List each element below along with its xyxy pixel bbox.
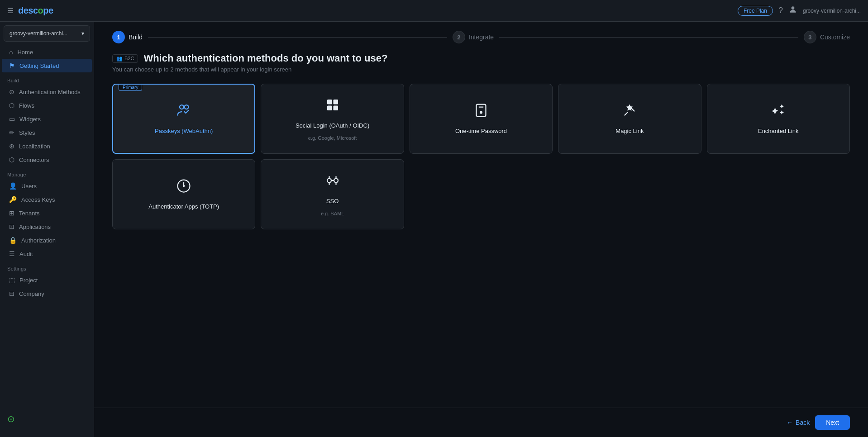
auth-card-subtitle-sso: e.g. SAML <box>321 211 344 216</box>
sidebar-item-label: Access Keys <box>21 196 55 203</box>
auth-card-title-social: Social Login (OAuth / OIDC) <box>296 122 369 130</box>
svg-rect-4 <box>333 100 338 104</box>
sidebar-item-label: Authorization <box>21 237 56 244</box>
sidebar-item-tenants[interactable]: ⊞ Tenants <box>2 206 92 220</box>
sidebar-item-audit[interactable]: ☰ Audit <box>2 247 92 261</box>
audit-icon: ☰ <box>9 250 15 257</box>
auth-card-title-magic-link: Magic Link <box>615 128 644 135</box>
progress-bar: 1 Build 2 Integrate 3 Customize <box>94 22 868 52</box>
auth-card-passkeys[interactable]: Primary Passkeys (WebAuthn) <box>112 84 255 154</box>
back-label: Back <box>796 419 810 426</box>
widgets-icon: ▭ <box>9 115 15 123</box>
sidebar-item-connectors[interactable]: ⬡ Connectors <box>2 153 92 166</box>
auth-card-title-otp: One-time Password <box>455 128 507 135</box>
project-selector[interactable]: groovy-vermilion-archi... ▾ <box>4 25 90 42</box>
auth-card-subtitle-social: e.g. Google, Microsoft <box>308 135 357 141</box>
svg-point-10 <box>183 185 185 187</box>
step-integrate: 2 Integrate <box>453 31 494 43</box>
step-circle-3: 3 <box>804 31 816 43</box>
svg-point-12 <box>334 178 338 182</box>
auth-card-sso[interactable]: SSO e.g. SAML <box>261 159 404 229</box>
passkeys-icon <box>176 102 192 122</box>
page-subtitle: You can choose up to 2 methods that will… <box>112 66 850 73</box>
sidebar-item-label: Company <box>19 290 44 297</box>
sidebar-item-users[interactable]: 👤 Users <box>2 179 92 193</box>
svg-point-8 <box>480 111 482 114</box>
page-header: 👥 B2C Which authentication methods do yo… <box>112 52 850 73</box>
sidebar-item-home[interactable]: ⌂ Home <box>2 45 92 59</box>
empty-slot-4 <box>558 159 701 229</box>
account-icon[interactable] <box>788 5 797 16</box>
getting-started-icon: ⚑ <box>9 62 15 69</box>
magic-link-icon <box>621 102 638 122</box>
svg-rect-7 <box>476 104 486 117</box>
social-login-icon <box>324 97 341 117</box>
svg-point-1 <box>180 105 184 109</box>
sidebar-item-widgets[interactable]: ▭ Widgets <box>2 112 92 126</box>
sidebar-item-project[interactable]: ⬚ Project <box>2 273 92 287</box>
sso-icon <box>324 172 341 192</box>
sidebar-item-label: Getting Started <box>19 62 59 69</box>
svg-rect-3 <box>327 100 332 104</box>
help-icon[interactable]: ? <box>778 6 783 15</box>
sidebar-item-label: Audit <box>19 251 33 257</box>
sidebar: groovy-vermilion-archi... ▾ ⌂ Home ⚑ Get… <box>0 22 94 437</box>
sidebar-item-getting-started[interactable]: ⚑ Getting Started <box>2 59 92 72</box>
sidebar-item-label: Home <box>17 49 33 56</box>
step-label-customize: Customize <box>820 33 850 41</box>
chevron-down-icon: ▾ <box>81 30 84 37</box>
sidebar-item-authentication-methods[interactable]: ⊙ Authentication Methods <box>2 85 92 99</box>
svg-point-2 <box>185 105 189 109</box>
sidebar-item-company[interactable]: ⊟ Company <box>2 287 92 300</box>
totp-icon <box>176 178 192 198</box>
support-chat-icon[interactable]: ⊙ <box>7 414 15 424</box>
step-label-build: Build <box>129 33 143 41</box>
tenants-icon: ⊞ <box>9 209 14 217</box>
auth-methods-icon: ⊙ <box>9 88 14 95</box>
topnav-right: Free Plan ? groovy-vermilion-archi... <box>738 5 861 16</box>
sidebar-item-styles[interactable]: ✏ Styles <box>2 126 92 139</box>
free-plan-badge[interactable]: Free Plan <box>738 6 773 16</box>
sidebar-item-label: Project <box>19 277 38 284</box>
svg-rect-5 <box>327 106 332 111</box>
auth-card-title-enchanted-link: Enchanted Link <box>758 128 799 135</box>
main-content: 👥 B2C Which authentication methods do yo… <box>94 52 868 408</box>
sidebar-item-label: Applications <box>19 223 51 230</box>
page-title: Which authentication methods do you want… <box>143 52 387 64</box>
home-icon: ⌂ <box>9 48 13 56</box>
users-icon: 👤 <box>9 182 17 190</box>
sidebar-item-label: Connectors <box>19 157 49 163</box>
b2c-badge-label: B2C <box>124 56 134 61</box>
auth-card-magic-link[interactable]: Magic Link <box>558 84 701 154</box>
company-icon: ⊟ <box>9 290 14 297</box>
svg-point-0 <box>792 6 795 10</box>
page-header-top: 👥 B2C Which authentication methods do yo… <box>112 52 850 64</box>
sidebar-item-applications[interactable]: ⊡ Applications <box>2 220 92 233</box>
auth-card-social-login[interactable]: Social Login (OAuth / OIDC) e.g. Google,… <box>261 84 404 154</box>
svg-point-11 <box>327 178 331 182</box>
auth-card-enchanted-link[interactable]: Enchanted Link <box>707 84 850 154</box>
auth-card-title-totp: Authenticator Apps (TOTP) <box>148 203 219 211</box>
back-button[interactable]: ← Back <box>787 419 810 426</box>
auth-methods-grid-row2: Authenticator Apps (TOTP) SSO e.g. SAML <box>112 159 850 229</box>
top-navigation: ☰ descope Free Plan ? groovy-vermilion-a… <box>0 0 868 22</box>
hamburger-icon[interactable]: ☰ <box>7 6 14 15</box>
topnav-left: ☰ descope <box>7 5 53 16</box>
next-button[interactable]: Next <box>815 415 850 430</box>
connectors-icon: ⬡ <box>9 156 14 163</box>
primary-badge: Primary <box>119 84 142 91</box>
sidebar-item-localization[interactable]: ⊛ Localization <box>2 139 92 153</box>
empty-slot-5 <box>707 159 850 229</box>
auth-card-totp[interactable]: Authenticator Apps (TOTP) <box>112 159 255 229</box>
sidebar-item-label: Users <box>21 183 37 190</box>
sidebar-item-flows[interactable]: ⬡ Flows <box>2 99 92 112</box>
sidebar-item-access-keys[interactable]: 🔑 Access Keys <box>2 193 92 206</box>
sidebar-item-authorization[interactable]: 🔒 Authorization <box>2 233 92 247</box>
app-logo: descope <box>18 5 53 16</box>
step-build: 1 Build <box>112 31 143 43</box>
sidebar-section-build: Build <box>0 72 94 85</box>
sidebar-item-label: Localization <box>19 143 50 150</box>
flows-icon: ⬡ <box>9 102 14 109</box>
auth-card-otp[interactable]: One-time Password <box>410 84 553 154</box>
access-keys-icon: 🔑 <box>9 196 17 203</box>
